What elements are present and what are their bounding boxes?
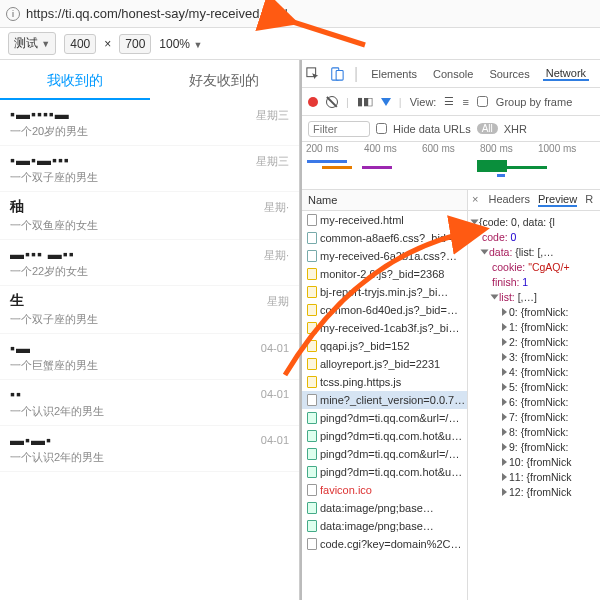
item-time: 04-01 — [261, 388, 289, 400]
item-subtitle: 一个20岁的男生 — [10, 124, 289, 139]
request-name: favicon.ico — [320, 484, 372, 496]
network-row[interactable]: pingd?dm=ti.qq.com.hot&u… — [302, 463, 467, 481]
item-subtitle: 一个认识2年的男生 — [10, 450, 289, 465]
list-item[interactable]: ▪▬▪▬▪▪▪一个双子座的男生星期三 — [0, 146, 299, 192]
request-name: data:image/png;base… — [320, 502, 434, 514]
height-input[interactable]: 700 — [119, 34, 151, 54]
page-tabs: 我收到的 好友收到的 — [0, 60, 299, 100]
file-icon — [307, 448, 317, 460]
json-list-item[interactable]: 9: {fromNick: — [472, 440, 596, 455]
item-subtitle: 一个认识2年的男生 — [10, 404, 289, 419]
view-small-icon[interactable]: ≡ — [462, 96, 468, 108]
network-row[interactable]: pingd?dm=ti.qq.com&url=/… — [302, 409, 467, 427]
clear-icon[interactable] — [326, 96, 338, 108]
filter-all[interactable]: All — [477, 123, 498, 134]
width-input[interactable]: 400 — [64, 34, 96, 54]
hide-data-urls-checkbox[interactable] — [376, 123, 387, 134]
detail-headers[interactable]: Headers — [488, 193, 530, 207]
network-row[interactable]: code.cgi?key=domain%2C… — [302, 535, 467, 553]
file-icon — [307, 430, 317, 442]
dim-x: × — [104, 37, 111, 51]
json-list-item[interactable]: 2: {fromNick: — [472, 335, 596, 350]
filter-input[interactable] — [308, 121, 370, 137]
json-list-item[interactable]: 10: {fromNick — [472, 455, 596, 470]
file-icon — [307, 538, 317, 550]
tl-mark: 600 ms — [422, 143, 480, 154]
json-list-item[interactable]: 6: {fromNick: — [472, 395, 596, 410]
item-name: 秞 — [10, 198, 289, 216]
hide-label: Hide data URLs — [393, 123, 471, 135]
page-preview: 我收到的 好友收到的 ▪▬▪▪▪▪▬一个20岁的男生星期三▪▬▪▬▪▪▪一个双子… — [0, 60, 300, 600]
device-mode[interactable]: 测试 ▼ — [8, 32, 56, 55]
tab-sources[interactable]: Sources — [486, 68, 532, 80]
detail-preview[interactable]: Preview — [538, 193, 577, 207]
request-name: data:image/png;base… — [320, 520, 434, 532]
device-toggle-icon[interactable] — [330, 67, 344, 81]
network-row[interactable]: favicon.ico — [302, 481, 467, 499]
zoom-level[interactable]: 100% ▼ — [159, 37, 202, 51]
item-name: ▬▪▬▪ — [10, 432, 289, 448]
file-icon — [307, 466, 317, 478]
tab-mine[interactable]: 我收到的 — [0, 60, 150, 100]
item-time: 星期三 — [256, 154, 289, 169]
json-list-item[interactable]: 4: {fromNick: — [472, 365, 596, 380]
url-text[interactable]: https://ti.qq.com/honest-say/my-received… — [26, 6, 288, 21]
name-header[interactable]: Name — [302, 190, 467, 211]
json-list-item[interactable]: 11: {fromNick — [472, 470, 596, 485]
item-name: ▪▬▪▬▪▪▪ — [10, 152, 289, 168]
item-time: 星期三 — [256, 108, 289, 123]
file-icon — [307, 520, 317, 532]
request-name: code.cgi?key=domain%2C… — [320, 538, 462, 550]
screenshot-icon[interactable]: ▮◧ — [357, 95, 373, 108]
json-list-item[interactable]: 7: {fromNick: — [472, 410, 596, 425]
network-row[interactable]: data:image/png;base… — [302, 499, 467, 517]
detail-close[interactable]: × — [472, 193, 480, 207]
item-name: ▪▬▪▪▪▪▬ — [10, 106, 289, 122]
list-item[interactable]: ▬▪▪▪ ▬▪▪一个22岁的女生星期· — [0, 240, 299, 286]
item-subtitle: 一个巨蟹座的男生 — [10, 358, 289, 373]
json-list-item[interactable]: 5: {fromNick: — [472, 380, 596, 395]
timeline[interactable]: 200 ms 400 ms 600 ms 800 ms 1000 ms — [302, 142, 600, 190]
item-subtitle: 一个双子座的男生 — [10, 312, 289, 327]
item-name: ▪▬ — [10, 340, 289, 356]
item-name: 生 — [10, 292, 289, 310]
list-item[interactable]: ▪▪一个认识2年的男生04-01 — [0, 380, 299, 426]
json-list-item[interactable]: 1: {fromNick: — [472, 320, 596, 335]
item-subtitle: 一个双鱼座的女生 — [10, 218, 289, 233]
file-icon — [307, 484, 317, 496]
filter-xhr[interactable]: XHR — [504, 123, 527, 135]
network-row[interactable]: mine?_client_version=0.0.7… — [302, 391, 467, 409]
view-large-icon[interactable]: ☰ — [444, 95, 454, 108]
item-name: ▪▪ — [10, 386, 289, 402]
request-name: pingd?dm=ti.qq.com.hot&u… — [320, 430, 462, 442]
detail-response[interactable]: R — [585, 193, 593, 207]
list-item[interactable]: 生一个双子座的男生星期 — [0, 286, 299, 334]
tab-console[interactable]: Console — [430, 68, 476, 80]
tab-friends[interactable]: 好友收到的 — [150, 60, 300, 100]
list-item[interactable]: ▪▬▪▪▪▪▬一个20岁的男生星期三 — [0, 100, 299, 146]
item-time: 04-01 — [261, 434, 289, 446]
inspect-icon[interactable] — [306, 67, 320, 81]
tab-elements[interactable]: Elements — [368, 68, 420, 80]
record-icon[interactable] — [308, 97, 318, 107]
json-list-item[interactable]: 12: {fromNick — [472, 485, 596, 500]
list-item[interactable]: ▪▬一个巨蟹座的男生04-01 — [0, 334, 299, 380]
json-list-item[interactable]: 3: {fromNick: — [472, 350, 596, 365]
item-subtitle: 一个22岁的女生 — [10, 264, 289, 279]
json-list-item[interactable]: 0: {fromNick: — [472, 305, 596, 320]
filter-icon[interactable] — [381, 98, 391, 106]
network-row[interactable]: pingd?dm=ti.qq.com&url=/… — [302, 445, 467, 463]
info-icon[interactable]: i — [6, 7, 20, 21]
request-name: pingd?dm=ti.qq.com&url=/… — [320, 448, 459, 460]
list-item[interactable]: 秞一个双鱼座的女生星期· — [0, 192, 299, 240]
list-item[interactable]: ▬▪▬▪一个认识2年的男生04-01 — [0, 426, 299, 472]
network-row[interactable]: pingd?dm=ti.qq.com.hot&u… — [302, 427, 467, 445]
devtools-tabs: | Elements Console Sources Network — [302, 60, 600, 88]
tab-network[interactable]: Network — [543, 67, 589, 81]
network-row[interactable]: data:image/png;base… — [302, 517, 467, 535]
group-checkbox[interactable] — [477, 96, 488, 107]
request-name: mine?_client_version=0.0.7… — [320, 394, 465, 406]
json-list-item[interactable]: 8: {fromNick: — [472, 425, 596, 440]
request-name: pingd?dm=ti.qq.com.hot&u… — [320, 466, 462, 478]
tl-mark: 200 ms — [306, 143, 364, 154]
